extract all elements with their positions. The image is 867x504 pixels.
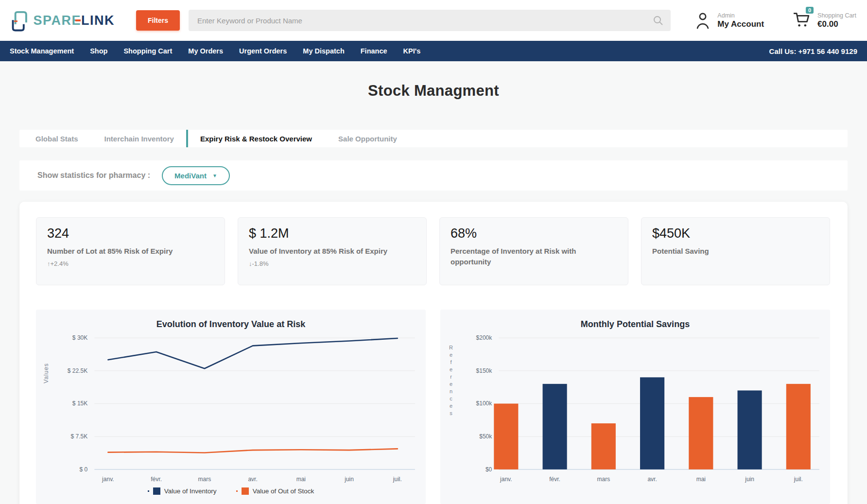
svg-text:févr.: févr. [151,475,162,482]
bar-chart-y-axis-label: References [448,345,454,417]
svg-text:mars: mars [597,475,610,482]
svg-text:mai: mai [296,475,306,482]
shopping-cart-widget[interactable]: 0 Shopping Cart €0.00 [792,10,856,31]
legend-label: Value of Inventory [164,487,217,495]
svg-text:avr.: avr. [248,475,257,482]
page-title: Stock Managment [0,82,867,100]
cart-label: Shopping Cart [817,12,856,19]
tab-sale-opportunity[interactable]: Sale Opportunity [324,130,409,147]
pharmacy-selector-label: Show statistics for pharmacy : [37,171,150,180]
legend-dot-icon [148,490,149,492]
account-role: Admin [717,12,764,19]
legend-label: Value of Out of Stock [253,487,314,495]
my-account[interactable]: Admin My Account [694,11,764,30]
kpi-label: Percentage of Inventory at Risk with opp… [451,246,617,267]
brand-part-spare: SPARE [33,13,81,28]
svg-text:mai: mai [696,475,706,482]
monthly-potential-savings-bar-chart: References Monthly Potential Savings$0$5… [440,310,830,504]
svg-text:$50k: $50k [479,433,492,440]
tab-global-stats[interactable]: Global Stats [21,130,90,147]
legend-swatch-icon [153,487,160,495]
search-bar[interactable] [189,10,671,31]
nav-item-finance[interactable]: Finance [361,47,387,55]
top-header: SPARELINK Filters Admin My Account 0 [0,0,867,41]
svg-text:juin: juin [344,475,354,482]
legend-swatch-icon [242,487,249,495]
kpi-label: Number of Lot at 85% Risk of Expiry [47,246,214,257]
stats-panel: 324 Number of Lot at 85% Risk of Expiry … [19,202,848,504]
svg-text:avr.: avr. [647,475,657,482]
pharmacy-dropdown[interactable]: MediVant ▼ [162,166,230,185]
nav-item-my-dispatch[interactable]: My Dispatch [303,47,344,55]
main-navbar: Stock Management Shop Shopping Cart My O… [0,41,867,61]
kpi-label: Potential Saving [652,246,819,257]
svg-text:$100k: $100k [476,400,493,407]
kpi-card-inventory-value-at-risk: $ 1.2M Value of Inventory at 85% Risk of… [238,217,427,285]
nav-item-my-orders[interactable]: My Orders [188,47,223,55]
account-label: My Account [717,19,764,29]
legend-value-of-out-of-stock: Value of Out of Stock [236,487,314,495]
nav-item-kpis[interactable]: KPI's [403,47,421,55]
kpi-value: $450K [652,226,819,241]
chevron-down-icon: ▼ [212,173,217,178]
charts-row: Values Evolution of Inventory Value at R… [36,310,830,504]
svg-text:$0: $0 [486,466,492,472]
tab-expiry-risk-restock-overview[interactable]: Expiry Risk & Restock Overview [186,130,324,147]
nav-item-stock-management[interactable]: Stock Management [10,47,74,55]
kpi-trend [652,260,819,267]
svg-text:$150k: $150k [476,367,493,374]
call-us-text: Call Us: +971 56 440 9129 [769,47,857,55]
svg-text:Monthly Potential Savings: Monthly Potential Savings [581,319,690,329]
bar-chart-legend-spacer [440,485,830,503]
svg-text:$ 22.5K: $ 22.5K [68,367,87,374]
svg-text:juil.: juil. [794,475,803,482]
nav-item-shop[interactable]: Shop [90,47,107,55]
logo-mark-icon [9,6,30,35]
kpi-value: 324 [47,226,214,241]
search-input[interactable] [197,17,652,25]
brand-e-dash [75,19,81,21]
svg-text:Evolution of Inventory Value a: Evolution of Inventory Value at Risk [156,319,306,329]
svg-text:juil.: juil. [393,475,402,482]
svg-text:$ 7.5K: $ 7.5K [71,433,88,440]
svg-text:mars: mars [198,475,211,482]
kpi-trend [451,271,617,278]
svg-text:$ 0: $ 0 [80,466,88,472]
tab-bar: Global Stats Interchain Inventory Expiry… [19,130,848,147]
filters-button[interactable]: Filters [136,10,180,31]
kpi-card-lots-at-risk: 324 Number of Lot at 85% Risk of Expiry … [36,217,225,285]
svg-text:janv.: janv. [102,475,114,482]
user-icon [694,11,711,30]
cart-count-badge: 0 [806,7,814,14]
kpi-card-potential-saving: $450K Potential Saving [641,217,830,285]
svg-text:juin: juin [745,475,754,482]
kpi-card-risk-with-opportunity: 68% Percentage of Inventory at Risk with… [439,217,628,285]
svg-text:$ 30K: $ 30K [72,334,87,341]
search-icon[interactable] [652,15,664,26]
tab-interchain-inventory[interactable]: Interchain Inventory [90,130,186,147]
inventory-value-line-chart: Values Evolution of Inventory Value at R… [36,310,426,504]
kpi-row: 324 Number of Lot at 85% Risk of Expiry … [36,217,830,285]
svg-text:févr.: févr. [549,475,560,482]
legend-dot-icon [236,490,238,492]
kpi-trend: ↓-1.8% [249,260,416,267]
nav-item-shopping-cart[interactable]: Shopping Cart [123,47,172,55]
line-chart-canvas: Evolution of Inventory Value at Risk$ 0$… [36,310,426,485]
kpi-value: 68% [451,226,617,241]
line-chart-y-axis-label: Values [43,363,50,383]
pharmacy-dropdown-value: MediVant [174,172,207,180]
cart-amount: €0.00 [817,19,856,29]
svg-text:janv.: janv. [500,475,512,482]
kpi-label: Value of Inventory at 85% Risk of Expiry [249,246,416,257]
nav-item-urgent-orders[interactable]: Urgent Orders [239,47,287,55]
brand-name: SPARELINK [33,13,115,28]
kpi-value: $ 1.2M [249,226,416,241]
svg-text:$200k: $200k [476,334,493,341]
sparelink-logo[interactable]: SPARELINK [9,6,115,35]
kpi-trend: ↑+2.4% [47,260,214,267]
line-chart-legend: Value of Inventory Value of Out of Stock [36,485,426,503]
pharmacy-selector-card: Show statistics for pharmacy : MediVant … [19,160,848,191]
bar-chart-canvas: Monthly Potential Savings$0$50k$100k$150… [440,310,830,485]
legend-value-of-inventory: Value of Inventory [148,487,217,495]
brand-part-link: LINK [81,13,115,28]
